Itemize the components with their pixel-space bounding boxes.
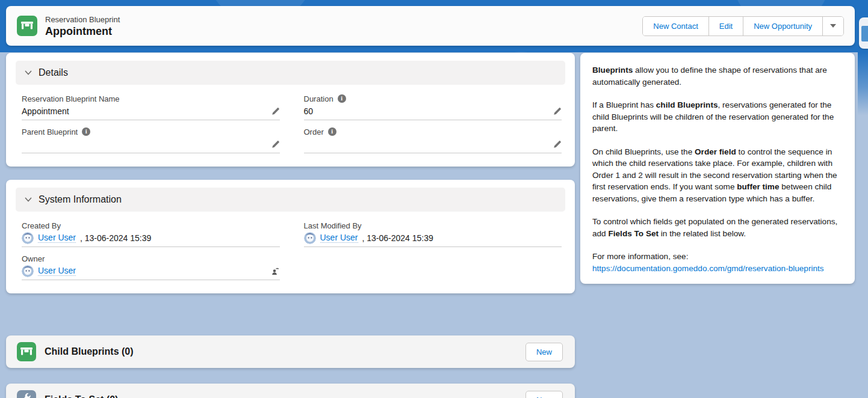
field-label: Owner xyxy=(22,254,45,263)
record-header-card: Reservation Blueprint Appointment New Co… xyxy=(6,6,855,46)
system-information-card: System Information Created By User User … xyxy=(6,180,575,293)
field-label: Last Modified By xyxy=(304,221,362,230)
record-actions: New Contact Edit New Opportunity xyxy=(642,16,844,36)
info-icon[interactable]: i xyxy=(338,94,346,103)
action-button-group: New Contact Edit New Opportunity xyxy=(642,16,844,36)
field-label: Duration xyxy=(304,94,333,103)
new-opportunity-button[interactable]: New Opportunity xyxy=(743,17,822,35)
related-list-title: Fields To Set (0) xyxy=(45,394,118,398)
new-contact-button[interactable]: New Contact xyxy=(643,17,708,35)
avatar xyxy=(304,232,316,244)
related-list-title: Child Blueprints (0) xyxy=(45,346,134,357)
record-page: Reservation Blueprint Appointment New Co… xyxy=(0,0,868,398)
info-icon[interactable]: i xyxy=(82,127,90,136)
field-created-by: Created By User User , 13-06-2024 15:39 xyxy=(22,220,280,247)
field-label: Parent Blueprint xyxy=(22,127,78,136)
last-modified-by-timestamp: , 13-06-2024 15:39 xyxy=(362,233,433,243)
edit-field-button[interactable] xyxy=(271,106,280,115)
change-owner-button[interactable] xyxy=(270,266,280,276)
owner-user-link[interactable]: User User xyxy=(38,266,76,276)
page-title: Appointment xyxy=(45,25,120,38)
more-actions-button[interactable] xyxy=(822,17,843,35)
record-type-label: Reservation Blueprint xyxy=(45,14,120,25)
field-label: Order xyxy=(304,127,324,136)
section-title: System Information xyxy=(39,194,122,205)
field-label: Reservation Blueprint Name xyxy=(22,94,120,103)
system-information-section-header[interactable]: System Information xyxy=(16,188,565,212)
fields-to-set-related-list[interactable]: Fields To Set (0) New xyxy=(6,384,575,398)
info-paragraph: To control which fields get populated on… xyxy=(592,216,843,239)
child-blueprints-related-list[interactable]: Child Blueprints (0) New xyxy=(6,335,575,368)
avatar xyxy=(22,232,34,244)
pencil-icon xyxy=(553,139,562,148)
field-owner: Owner User User xyxy=(22,253,280,280)
details-card: Details Reservation Blueprint Name Appoi… xyxy=(6,53,575,167)
field-order: Order i xyxy=(304,126,562,153)
info-paragraph: If a Blueprint has child Blueprints, res… xyxy=(592,99,843,135)
field-reservation-blueprint-name: Reservation Blueprint Name Appointment xyxy=(22,93,280,120)
created-by-timestamp: , 13-06-2024 15:39 xyxy=(80,233,151,243)
created-by-user-link[interactable]: User User xyxy=(38,233,76,243)
record-header-titles: Reservation Blueprint Appointment xyxy=(45,14,120,38)
info-paragraph: Blueprints allow you to define the shape… xyxy=(592,64,843,88)
change-owner-icon xyxy=(270,266,280,276)
field-label: Created By xyxy=(22,221,61,230)
info-paragraph: For more information, see: https://docum… xyxy=(592,251,843,274)
blueprint-desk-icon xyxy=(17,342,36,361)
info-more-label: For more information, see: xyxy=(592,252,688,261)
field-duration: Duration i 60 xyxy=(304,93,562,120)
info-icon[interactable]: i xyxy=(328,127,336,136)
last-modified-by-user-link[interactable]: User User xyxy=(320,233,358,243)
reservation-blueprint-icon xyxy=(17,16,37,36)
section-title: Details xyxy=(39,67,68,78)
edit-field-button[interactable] xyxy=(271,139,280,148)
edit-field-button[interactable] xyxy=(553,139,562,148)
edit-field-button[interactable] xyxy=(553,106,562,115)
chevron-down-icon xyxy=(830,24,836,28)
chevron-down-icon xyxy=(24,69,33,77)
blueprint-info-panel: Blueprints allow you to define the shape… xyxy=(580,53,855,284)
info-paragraph: On child Blueprints, use the Order field… xyxy=(592,146,843,205)
field-last-modified-by: Last Modified By User User , 13-06-2024 … xyxy=(304,220,562,247)
details-section-header[interactable]: Details xyxy=(16,61,565,85)
field-value: 60 xyxy=(304,106,549,116)
wrench-icon xyxy=(17,390,36,398)
pencil-icon xyxy=(553,106,562,115)
avatar xyxy=(22,265,34,277)
new-field-to-set-button[interactable]: New xyxy=(525,391,563,398)
pencil-icon xyxy=(271,106,280,115)
pencil-icon xyxy=(271,139,280,148)
documentation-link[interactable]: https://documentation.gomeddo.com/gmd/re… xyxy=(592,263,824,275)
edit-button[interactable]: Edit xyxy=(708,17,743,35)
field-parent-blueprint: Parent Blueprint i xyxy=(22,126,280,153)
new-child-blueprint-button[interactable]: New xyxy=(525,343,563,361)
field-value: Appointment xyxy=(22,106,267,116)
chevron-down-icon xyxy=(24,195,33,204)
